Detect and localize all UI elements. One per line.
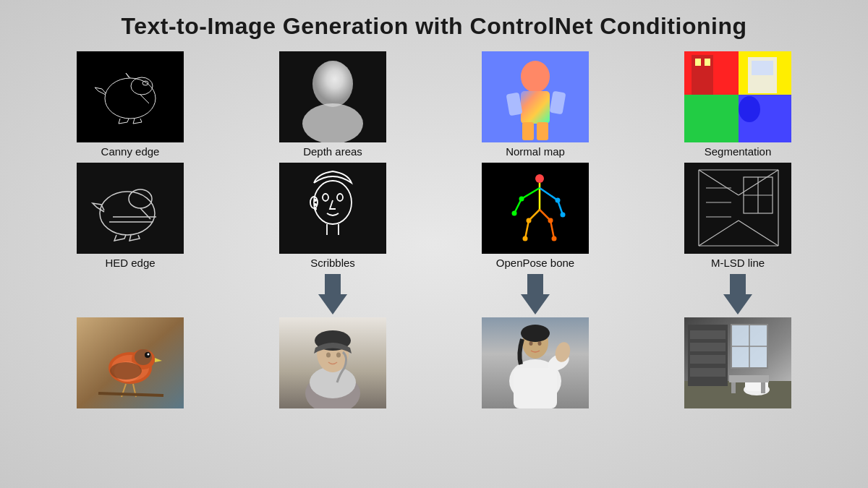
arrow-shaft-3 [527, 274, 543, 294]
col-canny: Canny edge HED edge [51, 51, 210, 270]
arrow-col-1 [29, 274, 231, 314]
svg-rect-24 [550, 91, 566, 115]
svg-point-39 [512, 211, 517, 216]
arrow-head [318, 294, 347, 314]
svg-point-44 [552, 236, 557, 241]
svg-rect-25 [522, 122, 534, 140]
svg-point-86 [326, 353, 331, 358]
depth-areas-label: Depth areas [303, 145, 362, 158]
arrow-head-4 [723, 294, 752, 314]
hed-edge-label: HED edge [105, 257, 155, 270]
arrow-down-2 [318, 274, 347, 314]
svg-point-12 [314, 181, 352, 224]
svg-line-35 [525, 221, 529, 239]
normal-map-image [482, 51, 589, 142]
arrow-down-3 [521, 274, 550, 314]
svg-point-42 [548, 218, 553, 223]
svg-point-37 [519, 197, 524, 202]
hed-edge-image [77, 163, 184, 254]
results-row [22, 317, 846, 408]
result-woman-cell [253, 317, 412, 408]
svg-point-51 [739, 96, 760, 122]
svg-point-14 [337, 194, 343, 201]
svg-point-77 [110, 362, 142, 380]
svg-rect-50 [752, 61, 773, 75]
svg-point-95 [529, 341, 533, 346]
col-seg: Segmentation [658, 51, 817, 270]
arrow-head-3 [521, 294, 550, 314]
svg-line-29 [522, 188, 540, 199]
result-fashion-image [482, 317, 589, 408]
arrows-row [22, 274, 846, 314]
svg-point-4 [100, 192, 155, 235]
arrow-col-3 [434, 274, 637, 314]
result-woman-image [279, 317, 386, 408]
svg-line-62 [739, 221, 778, 246]
svg-rect-22 [521, 91, 550, 124]
canny-edge-image [77, 51, 184, 142]
svg-point-20 [314, 207, 317, 210]
svg-rect-111 [731, 382, 736, 393]
segmentation-image [684, 51, 791, 142]
mlsd-image [684, 163, 791, 254]
svg-rect-110 [729, 375, 769, 382]
svg-point-38 [556, 198, 561, 203]
col-normal: Normal map [456, 51, 615, 270]
svg-rect-102 [690, 355, 726, 364]
svg-point-41 [527, 218, 532, 223]
svg-rect-101 [690, 343, 726, 351]
row1: Canny edge HED edge [22, 51, 846, 270]
svg-line-59 [699, 170, 739, 195]
result-room-cell [658, 317, 817, 408]
svg-point-94 [521, 325, 550, 342]
svg-point-11 [312, 61, 353, 107]
svg-rect-53 [695, 59, 701, 66]
scribbles-image [279, 163, 386, 254]
svg-line-61 [699, 221, 739, 246]
svg-point-10 [302, 103, 363, 142]
col-depth: Depth areas [253, 51, 412, 270]
svg-point-27 [535, 174, 544, 183]
svg-point-96 [538, 341, 542, 346]
result-bird-cell [51, 317, 210, 408]
main-content: Canny edge HED edge [22, 51, 846, 408]
svg-point-76 [148, 354, 150, 356]
svg-rect-54 [705, 59, 710, 66]
arrow-col-4 [637, 274, 839, 314]
result-fashion-cell [456, 317, 615, 408]
arrow-shaft [325, 274, 341, 294]
result-bird-image [77, 317, 184, 408]
arrow-shaft-4 [730, 274, 746, 294]
svg-rect-112 [761, 382, 765, 393]
svg-rect-47 [684, 95, 739, 142]
svg-point-13 [323, 194, 328, 201]
svg-line-36 [550, 221, 554, 239]
svg-rect-100 [690, 330, 726, 339]
svg-point-19 [314, 203, 317, 206]
openpose-label: OpenPose bone [496, 257, 574, 270]
svg-point-21 [521, 61, 550, 93]
svg-line-30 [540, 188, 558, 200]
svg-point-87 [336, 353, 341, 358]
svg-point-18 [314, 199, 317, 202]
svg-rect-26 [537, 122, 548, 140]
canny-edge-label: Canny edge [101, 145, 160, 158]
svg-rect-90 [514, 368, 557, 408]
result-room-image [684, 317, 791, 408]
page-title: Text-to-Image Generation with ControlNet… [122, 13, 747, 40]
depth-areas-image [279, 51, 386, 142]
mlsd-label: M-LSD line [711, 257, 765, 270]
segmentation-label: Segmentation [705, 145, 772, 158]
svg-point-43 [523, 236, 528, 241]
svg-rect-23 [506, 93, 523, 116]
svg-rect-103 [690, 368, 726, 377]
svg-point-40 [561, 213, 566, 218]
arrow-down-4 [723, 274, 752, 314]
arrow-col-2 [231, 274, 434, 314]
scribbles-label: Scribbles [310, 257, 355, 270]
openpose-image [482, 163, 589, 254]
normal-map-label: Normal map [506, 145, 565, 158]
svg-line-2 [140, 95, 149, 103]
